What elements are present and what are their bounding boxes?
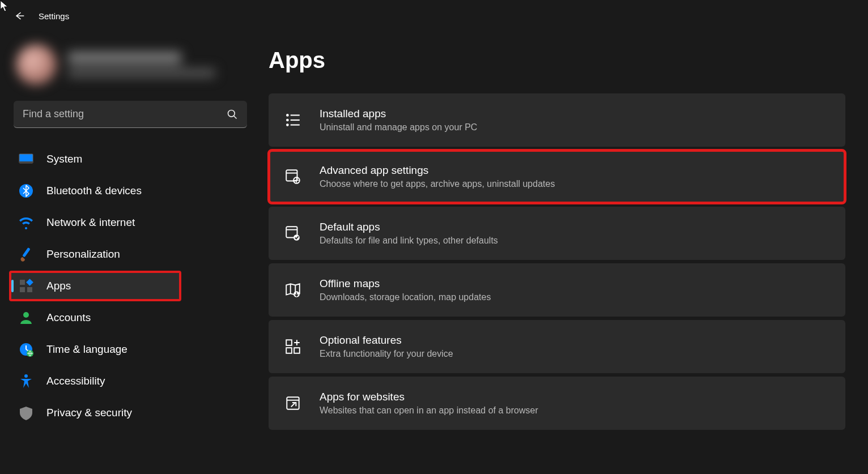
svg-rect-22 <box>286 340 292 345</box>
system-icon <box>18 151 34 167</box>
svg-point-14 <box>287 114 288 116</box>
svg-rect-23 <box>286 348 292 353</box>
sidebar-item-bluetooth[interactable]: Bluetooth & devices <box>10 177 250 205</box>
sidebar-item-privacy[interactable]: Privacy & security <box>10 399 250 427</box>
card-installed-apps[interactable]: Installed apps Uninstall and manage apps… <box>269 93 845 147</box>
sidebar-item-network[interactable]: Network & internet <box>10 208 250 237</box>
svg-point-16 <box>287 124 288 126</box>
svg-rect-8 <box>20 287 25 292</box>
sidebar-item-label: Accessibility <box>46 375 105 387</box>
sidebar-item-time[interactable]: Time & language <box>10 335 250 364</box>
user-profile[interactable] <box>10 40 250 101</box>
profile-email <box>68 69 215 78</box>
svg-rect-24 <box>294 348 300 353</box>
svg-rect-5 <box>22 247 30 258</box>
svg-rect-9 <box>27 287 32 292</box>
list-icon <box>284 112 301 129</box>
sidebar-item-accessibility[interactable]: Accessibility <box>10 367 250 395</box>
svg-point-20 <box>293 234 300 241</box>
svg-rect-17 <box>286 170 297 181</box>
svg-rect-6 <box>20 280 25 285</box>
svg-point-10 <box>23 312 29 318</box>
card-desc: Uninstall and manage apps on your PC <box>320 122 477 133</box>
settings-card-list: Installed apps Uninstall and manage apps… <box>269 93 845 430</box>
back-button[interactable] <box>14 10 25 22</box>
sidebar-nav: System Bluetooth & devices Network & int… <box>10 145 250 427</box>
app-title: Settings <box>39 11 69 21</box>
card-advanced-app-settings[interactable]: Advanced app settings Choose where to ge… <box>269 150 845 203</box>
app-gear-icon <box>284 168 301 185</box>
person-icon <box>18 310 34 326</box>
card-apps-for-websites[interactable]: Apps for websites Websites that can open… <box>269 377 845 430</box>
card-title: Installed apps <box>320 108 477 120</box>
card-optional-features[interactable]: Optional features Extra functionality fo… <box>269 320 845 373</box>
bluetooth-icon <box>18 183 34 199</box>
wifi-icon <box>18 215 34 230</box>
sidebar-item-accounts[interactable]: Accounts <box>10 304 250 332</box>
sidebar-item-label: Network & internet <box>46 216 135 229</box>
map-download-icon <box>284 281 301 298</box>
svg-rect-3 <box>19 161 33 163</box>
titlebar: Settings <box>0 0 868 32</box>
sidebar-item-label: Personalization <box>46 248 120 261</box>
page-title: Apps <box>269 48 845 73</box>
profile-name <box>68 52 181 64</box>
app-link-icon <box>284 395 301 412</box>
card-title: Apps for websites <box>320 391 538 403</box>
main-content: Apps Installed apps Uninstall and manage… <box>261 32 868 474</box>
sidebar-item-personalization[interactable]: Personalization <box>10 240 250 268</box>
shield-icon <box>18 405 34 421</box>
sidebar: System Bluetooth & devices Network & int… <box>0 32 261 474</box>
sidebar-item-label: Privacy & security <box>46 407 132 419</box>
sidebar-item-label: System <box>46 153 82 165</box>
svg-rect-25 <box>287 397 299 409</box>
clock-globe-icon <box>18 341 34 357</box>
sidebar-item-label: Time & language <box>46 343 127 356</box>
sidebar-item-apps[interactable]: Apps <box>10 272 180 300</box>
accessibility-icon <box>18 373 34 389</box>
card-title: Optional features <box>320 334 453 347</box>
avatar <box>16 44 57 85</box>
card-default-apps[interactable]: Default apps Defaults for file and link … <box>269 207 845 260</box>
card-desc: Defaults for file and link types, other … <box>320 236 498 246</box>
search-input[interactable] <box>14 101 247 128</box>
grid-plus-icon <box>284 338 301 355</box>
svg-point-15 <box>287 119 288 121</box>
apps-icon <box>18 278 34 294</box>
sidebar-item-label: Accounts <box>46 311 91 324</box>
card-offline-maps[interactable]: Offline maps Downloads, storage location… <box>269 263 845 317</box>
paintbrush-icon <box>18 246 34 262</box>
card-title: Offline maps <box>320 277 491 290</box>
card-desc: Websites that can open in an app instead… <box>320 405 538 416</box>
card-desc: Choose where to get apps, archive apps, … <box>320 179 555 189</box>
sidebar-item-system[interactable]: System <box>10 145 250 173</box>
svg-point-0 <box>228 110 235 117</box>
search-icon <box>227 109 238 120</box>
sidebar-item-label: Apps <box>46 280 71 292</box>
card-title: Advanced app settings <box>320 164 555 177</box>
card-desc: Extra functionality for your device <box>320 349 453 359</box>
card-desc: Downloads, storage location, map updates <box>320 292 491 302</box>
app-check-icon <box>284 225 301 242</box>
svg-rect-7 <box>26 279 33 286</box>
card-title: Default apps <box>320 221 498 233</box>
sidebar-item-label: Bluetooth & devices <box>46 185 142 197</box>
svg-point-13 <box>24 374 28 378</box>
